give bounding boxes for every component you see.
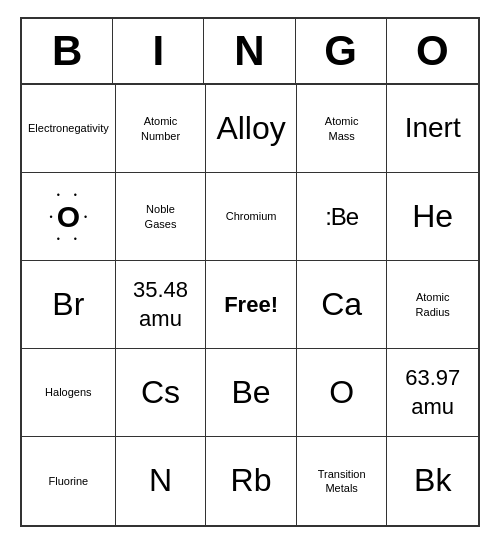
cell-r4c2: Rb bbox=[206, 437, 297, 525]
cell-r0c0: Electronegativity bbox=[22, 85, 116, 173]
bingo-grid: Electronegativity AtomicNumber Alloy Ato… bbox=[22, 85, 478, 525]
cell-text-o: O bbox=[329, 372, 354, 414]
cell-r4c1: N bbox=[116, 437, 207, 525]
cell-text-free: Free! bbox=[224, 292, 278, 318]
cell-text-cs: Cs bbox=[141, 372, 180, 414]
cell-text-chromium: Chromium bbox=[226, 209, 277, 223]
cell-text-rb: Rb bbox=[231, 460, 272, 502]
lewis-middle: • O • bbox=[50, 200, 88, 234]
header-i: I bbox=[113, 19, 204, 83]
cell-r2c4: AtomicRadius bbox=[387, 261, 478, 349]
cell-text-fluorine: Fluorine bbox=[48, 474, 88, 488]
cell-r0c3: AtomicMass bbox=[297, 85, 388, 173]
cell-text-6397amu: 63.97amu bbox=[405, 364, 460, 421]
cell-text-br: Br bbox=[52, 284, 84, 326]
cell-r2c3: Ca bbox=[297, 261, 388, 349]
lewis-bottom-dots: • • bbox=[57, 234, 80, 244]
cell-text-bk: Bk bbox=[414, 460, 451, 502]
cell-r3c4: 63.97amu bbox=[387, 349, 478, 437]
cell-text-atomic-mass: AtomicMass bbox=[325, 114, 359, 143]
cell-text-he: He bbox=[412, 196, 453, 238]
cell-text-electronegativity: Electronegativity bbox=[28, 121, 109, 135]
cell-text-inert: Inert bbox=[405, 110, 461, 146]
cell-r3c3: O bbox=[297, 349, 388, 437]
header-o: O bbox=[387, 19, 478, 83]
bingo-header: B I N G O bbox=[22, 19, 478, 85]
header-b: B bbox=[22, 19, 113, 83]
lewis-top-dots: • • bbox=[57, 190, 80, 200]
cell-text-35amu: 35.48amu bbox=[133, 276, 188, 333]
bingo-card: B I N G O Electronegativity AtomicNumber… bbox=[20, 17, 480, 527]
cell-r0c4: Inert bbox=[387, 85, 478, 173]
lewis-element: O bbox=[57, 200, 80, 234]
cell-r3c1: Cs bbox=[116, 349, 207, 437]
cell-r1c2: Chromium bbox=[206, 173, 297, 261]
cell-text-atomic-number: AtomicNumber bbox=[141, 114, 180, 143]
cell-text-be-colon: :Be bbox=[325, 201, 358, 232]
cell-r1c1: NobleGases bbox=[116, 173, 207, 261]
header-g: G bbox=[296, 19, 387, 83]
cell-r2c2: Free! bbox=[206, 261, 297, 349]
cell-text-ca: Ca bbox=[321, 284, 362, 326]
cell-r0c1: AtomicNumber bbox=[116, 85, 207, 173]
header-n: N bbox=[204, 19, 295, 83]
cell-r3c0: Halogens bbox=[22, 349, 116, 437]
cell-r4c4: Bk bbox=[387, 437, 478, 525]
lewis-left-dot: • bbox=[50, 212, 53, 222]
cell-r0c2: Alloy bbox=[206, 85, 297, 173]
lewis-dot-diagram: • • • O • • • bbox=[50, 190, 88, 244]
cell-r1c4: He bbox=[387, 173, 478, 261]
cell-text-be: Be bbox=[232, 372, 271, 414]
cell-r1c0: • • • O • • • bbox=[22, 173, 116, 261]
cell-text-alloy: Alloy bbox=[216, 108, 285, 150]
cell-r1c3: :Be bbox=[297, 173, 388, 261]
cell-text-halogens: Halogens bbox=[45, 385, 91, 399]
lewis-right-dot: • bbox=[84, 212, 87, 222]
cell-r4c0: Fluorine bbox=[22, 437, 116, 525]
cell-text-atomic-radius: AtomicRadius bbox=[416, 290, 450, 319]
cell-r2c0: Br bbox=[22, 261, 116, 349]
cell-r2c1: 35.48amu bbox=[116, 261, 207, 349]
cell-text-transition-metals: TransitionMetals bbox=[318, 467, 366, 496]
cell-r3c2: Be bbox=[206, 349, 297, 437]
cell-r4c3: TransitionMetals bbox=[297, 437, 388, 525]
cell-text-noble-gases: NobleGases bbox=[145, 202, 177, 231]
cell-text-n: N bbox=[149, 460, 172, 502]
